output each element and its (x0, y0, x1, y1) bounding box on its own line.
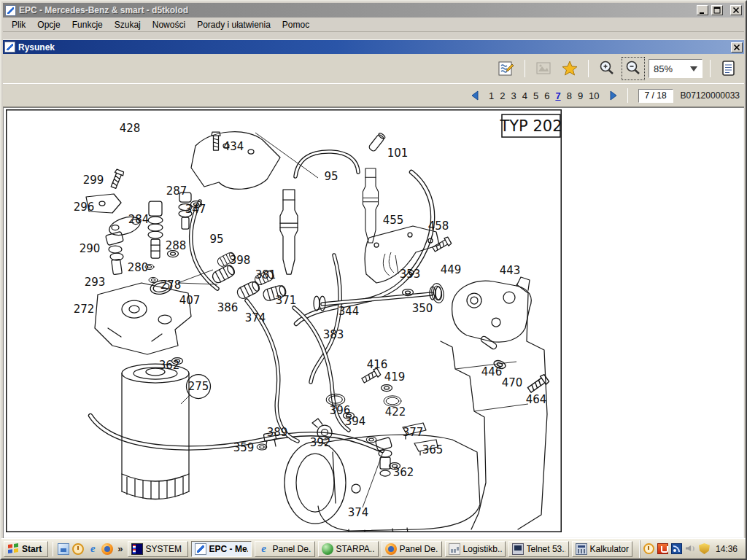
part-label-280[interactable]: 280 (128, 261, 149, 274)
maximize-button[interactable] (711, 5, 723, 15)
wireless-icon[interactable] (671, 543, 682, 554)
part-label-419[interactable]: 419 (384, 370, 406, 384)
scheduler-clock-icon[interactable] (643, 543, 654, 554)
part-label-394[interactable]: 394 (345, 415, 366, 428)
part-label-434[interactable]: 434 (223, 140, 244, 153)
part-label-449[interactable]: 449 (441, 263, 462, 276)
part-label-383[interactable]: 383 (323, 328, 344, 341)
part-label-365[interactable]: 365 (422, 443, 444, 456)
part-label-446[interactable]: 446 (481, 365, 503, 378)
zoom-out-button[interactable] (622, 58, 644, 79)
part-label-95[interactable]: 95 (209, 233, 223, 246)
page-number-6[interactable]: 6 (541, 90, 552, 101)
volume-icon[interactable] (685, 543, 696, 554)
panel-close-button[interactable] (731, 42, 743, 52)
part-label-359[interactable]: 359 (233, 441, 255, 454)
taskbar-button-system[interactable]: SYSTEM ... (128, 541, 188, 557)
zoom-level-combobox[interactable]: 85% (649, 59, 703, 78)
page-number-1[interactable]: 1 (486, 90, 497, 101)
part-label-371[interactable]: 371 (276, 294, 297, 307)
taskbar-button-terminal[interactable]: Telnet 53... (508, 541, 569, 557)
previous-page-arrow[interactable] (467, 90, 483, 101)
part-label-422[interactable]: 422 (385, 405, 406, 419)
part-label-381[interactable]: 381 (255, 268, 276, 281)
part-label-416[interactable]: 416 (367, 358, 388, 371)
page-number-10[interactable]: 10 (586, 90, 602, 101)
page-number-5[interactable]: 5 (530, 90, 541, 101)
part-label-428[interactable]: 428 (120, 122, 141, 135)
page-number-4[interactable]: 4 (519, 90, 530, 101)
part-label-287[interactable]: 287 (166, 184, 187, 198)
security-shield-icon[interactable] (699, 543, 710, 554)
taskbar-button-chart[interactable]: Logistikb... (445, 541, 506, 557)
part-label-284[interactable]: 284 (128, 213, 150, 226)
taskbar-button-calculator[interactable]: Kalkulator (572, 541, 632, 557)
part-label-272[interactable]: 272 (74, 303, 95, 316)
part-label-392[interactable]: 392 (310, 436, 331, 449)
part-label-101[interactable]: 101 (387, 147, 409, 160)
menu-item-nowo-ci[interactable]: Nowości (147, 18, 191, 31)
part-label-350[interactable]: 350 (412, 302, 433, 315)
part-label-347[interactable]: 347 (185, 203, 206, 216)
part-label-299[interactable]: 299 (83, 174, 104, 187)
taskbar-button-globe[interactable]: STARPA... (318, 541, 379, 557)
part-label-386[interactable]: 386 (217, 301, 239, 314)
page-number-9[interactable]: 9 (575, 90, 586, 101)
page-number-3[interactable]: 3 (508, 90, 519, 101)
internet-explorer-icon[interactable] (87, 543, 98, 555)
taskbar-button-internet-explorer[interactable]: Panel De... (255, 541, 315, 557)
part-label-296[interactable]: 296 (74, 201, 95, 214)
start-button[interactable]: Start (4, 541, 48, 557)
terminal-icon (512, 543, 524, 555)
tray-clock[interactable]: 14:36 (713, 544, 740, 554)
show-desktop-icon[interactable] (58, 543, 69, 555)
clock-app-icon[interactable] (72, 543, 84, 555)
close-button[interactable] (730, 5, 742, 15)
part-label-374[interactable]: 374 (245, 311, 266, 324)
part-label-362[interactable]: 362 (393, 466, 414, 479)
part-label-455[interactable]: 455 (383, 214, 404, 227)
favorites-star-button[interactable] (559, 58, 581, 79)
part-label-95[interactable]: 95 (324, 170, 338, 183)
taskbar-button-epc-pen[interactable]: EPC - Me... (191, 541, 252, 557)
annotation-note-button[interactable] (495, 58, 517, 79)
part-label-398[interactable]: 398 (230, 254, 251, 267)
part-label-275[interactable]: 275 (188, 380, 209, 393)
part-label-470[interactable]: 470 (502, 376, 523, 389)
menu-item-funkcje[interactable]: Funkcje (66, 18, 109, 31)
image-button-disabled[interactable] (533, 58, 554, 79)
next-page-arrow[interactable] (605, 90, 622, 101)
part-label-374[interactable]: 374 (348, 506, 369, 519)
part-label-407[interactable]: 407 (179, 294, 201, 307)
part-label-458[interactable]: 458 (428, 219, 449, 233)
part-label-443[interactable]: 443 (500, 264, 521, 277)
part-label-278[interactable]: 278 (160, 279, 182, 292)
part-label-377[interactable]: 377 (403, 426, 424, 439)
part-label-288[interactable]: 288 (166, 239, 187, 252)
quick-launch-chevron[interactable]: » (115, 543, 125, 554)
part-label-353[interactable]: 353 (400, 268, 421, 281)
title-bar: EPC - Mercedes-Benz & smart - d5tkolod (3, 3, 744, 18)
part-label-344[interactable]: 344 (338, 305, 360, 318)
menu-item-plik[interactable]: Plik (6, 18, 31, 31)
zoom-in-icon (597, 59, 616, 78)
page-number-8[interactable]: 8 (564, 90, 575, 101)
parts-document-button[interactable] (718, 58, 740, 79)
page-number-7[interactable]: 7 (552, 90, 563, 101)
minimize-button[interactable] (697, 5, 708, 15)
java-icon[interactable] (657, 543, 668, 554)
page-number-2[interactable]: 2 (497, 90, 508, 101)
menu-item-opcje[interactable]: Opcje (31, 18, 66, 31)
zoom-in-button[interactable] (596, 58, 618, 79)
part-label-362[interactable]: 362 (159, 359, 180, 372)
part-label-464[interactable]: 464 (526, 393, 547, 406)
part-label-293[interactable]: 293 (85, 276, 106, 289)
menu-item-pomoc[interactable]: Pomoc (276, 18, 315, 31)
firefox-icon[interactable] (101, 543, 113, 555)
menu-item-porady-i-u-atwienia[interactable]: Porady i ułatwienia (191, 18, 276, 31)
part-label-290[interactable]: 290 (80, 242, 101, 255)
part-label-389[interactable]: 389 (267, 426, 288, 439)
combo-dropdown-arrow-icon[interactable] (690, 66, 697, 75)
taskbar-button-firefox[interactable]: Panel De... (382, 541, 442, 557)
menu-item-szukaj[interactable]: Szukaj (109, 18, 147, 31)
